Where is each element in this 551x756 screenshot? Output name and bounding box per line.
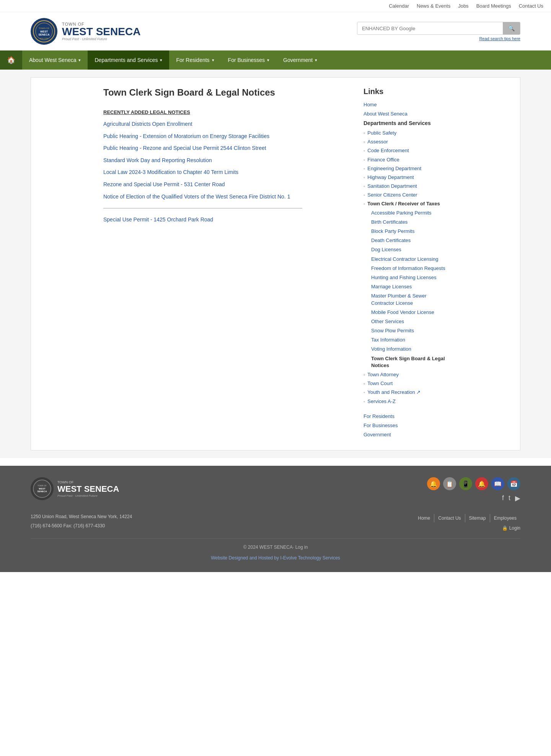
sublink-other[interactable]: Other Services [371,318,448,325]
legal-link-1[interactable]: Agricultural Districts Open Enrollment [103,120,352,128]
sublink-signboard[interactable]: Town Clerk Sign Board & Legal Notices [371,355,448,369]
nav-departments[interactable]: Departments and Services ▾ [88,50,169,70]
footer-tagline: Proud Past · Unlimited Future [57,494,119,497]
footer-nav-employees[interactable]: Employees [490,514,520,522]
footer-icon-book[interactable]: 📖 [491,477,504,490]
sublink-mobile-food[interactable]: Mobile Food Vendor License [371,309,448,316]
sublink-electrical[interactable]: Electrical Contractor Licensing [371,256,448,263]
footer-social: f t ▶ [502,494,520,502]
sublink-block-party[interactable]: Block Party Permits [371,228,448,235]
nav-government-arrow: ▾ [315,58,317,63]
sublink-snow[interactable]: Snow Plow Permits [371,327,448,334]
footer-bottom: © 2024 WEST SENECA· Log in Website Desig… [31,538,520,561]
legal-link-3[interactable]: Public Hearing - Rezone and Special Use … [103,145,352,152]
sublink-plumber[interactable]: Master Plumber & Sewer Contractor Licens… [371,293,448,306]
footer-icon-calendar[interactable]: 📅 [507,477,520,490]
legal-link-4[interactable]: Standard Work Day and Reporting Resoluti… [103,157,352,164]
sidebar-government[interactable]: Government [364,431,448,438]
nav-home-button[interactable]: 🏠 [0,50,22,70]
sidebar-public-safety-link[interactable]: Public Safety [367,130,396,137]
sublink-death[interactable]: Death Certificates [371,237,448,244]
sidebar-finance-link[interactable]: Finance Office [367,156,399,163]
footer-name: WEST SENECA [57,484,119,494]
nav-residents[interactable]: For Residents ▾ [169,50,221,70]
footer-nav-sitemap[interactable]: Sitemap [465,514,490,522]
sublink-marriage[interactable]: Marriage Licenses [371,283,448,290]
social-facebook[interactable]: f [502,494,504,502]
sublink-tax[interactable]: Tax Information [371,337,448,343]
footer-address: 1250 Union Road, West Seneca New York, 1… [31,514,132,519]
legal-link-5[interactable]: Local Law 2024-3 Modification to Chapter… [103,169,352,176]
sidebar-sanitation-link[interactable]: Sanitation Department [367,183,417,190]
footer-nav: Home Contact Us Sitemap Employees [414,514,520,522]
topbar-jobs[interactable]: Jobs [458,3,468,9]
search-hint[interactable]: Read search tips here [479,36,520,41]
social-twitter[interactable]: t [509,494,510,502]
bullet-icon: ◦ [364,399,365,404]
logo-name: WEST SENECA [62,26,140,37]
sidebar-assessor-link[interactable]: Assessor [367,138,388,145]
sidebar-court-link[interactable]: Town Court [367,380,393,387]
nav-about[interactable]: About West Seneca ▾ [22,50,88,70]
topbar-news[interactable]: News & Events [417,3,450,9]
footer-icon-notify[interactable]: 🔔 [427,477,440,490]
sublink-birth[interactable]: Birth Certificates [371,219,448,226]
footer-middle: 1250 Union Road, West Seneca New York, 1… [31,510,520,531]
search-button[interactable]: 🔍 [503,22,520,34]
sidebar-about[interactable]: About West Seneca [364,111,448,117]
sidebar-highway-link[interactable]: Highway Department [367,174,414,181]
footer-nav-home[interactable]: Home [414,514,434,522]
sidebar-item-attorney: ◦ Town Attorney [364,371,448,378]
content-divider [103,208,302,208]
sidebar-dept-label[interactable]: Departments and Services [364,120,448,127]
footer-credit[interactable]: Website Designed and Hosted by I-Evolve … [211,555,340,561]
social-youtube[interactable]: ▶ [515,494,520,502]
town-clerk-sub-links: Accessible Parking Permits Birth Certifi… [364,210,448,369]
legal-link-below-1[interactable]: Special Use Permit - 1425 Orchard Park R… [103,216,352,224]
nav-businesses-arrow: ▾ [267,58,269,63]
topbar-contact[interactable]: Contact Us [519,3,543,9]
footer-icons: 🔔 📋 📱 🔔 📖 📅 [427,477,520,490]
footer-town-of: TOWN OF [57,480,119,484]
legal-link-6[interactable]: Rezone and Special Use Permit - 531 Cent… [103,181,352,189]
sidebar-home[interactable]: Home [364,101,448,108]
bullet-icon: ◦ [364,184,365,189]
bullet-icon: ◦ [364,148,365,153]
sidebar-residents[interactable]: For Residents [364,413,448,420]
bullet-icon: ◦ [364,130,365,136]
svg-text:WEST: WEST [39,488,46,490]
footer-login-link[interactable]: 🔒 Login [502,525,520,531]
legal-link-2[interactable]: Public Hearing - Extension of Moratorium… [103,133,352,140]
search-input[interactable] [357,22,503,34]
nav-businesses[interactable]: For Businesses ▾ [221,50,276,70]
sidebar-attorney-link[interactable]: Town Attorney [367,371,399,378]
footer-contact-info: 1250 Union Road, West Seneca New York, 1… [31,510,132,531]
sidebar-item-youth: ◦ Youth and Recreation ↗ [364,389,448,396]
sidebar-youth-link[interactable]: Youth and Recreation ↗ [367,389,421,396]
sublink-voting[interactable]: Voting Information [371,346,448,353]
bullet-icon: ◦ [364,381,365,386]
footer-icon-docs[interactable]: 📋 [443,477,456,490]
sidebar-senior-link[interactable]: Senior Citizens Center [367,192,417,198]
legal-link-7[interactable]: Notice of Election of the Qualified Vote… [103,193,352,201]
footer-icon-alert[interactable]: 🔔 [475,477,488,490]
sidebar-businesses[interactable]: For Businesses [364,422,448,429]
nav-government[interactable]: Government ▾ [276,50,324,70]
sublink-hunting[interactable]: Hunting and Fishing Licenses [371,274,448,281]
logo-area[interactable]: TOWN OF WEST SENECA NEW YORK TOWN OF WES… [31,18,140,45]
bullet-icon: ◦ [364,139,365,145]
topbar-board-meetings[interactable]: Board Meetings [476,3,511,9]
sublink-dog[interactable]: Dog Licenses [371,246,448,253]
sublink-parking[interactable]: Accessible Parking Permits [371,210,448,216]
sidebar-engineering-link[interactable]: Engineering Department [367,165,421,172]
footer-seal: TOWN OF WEST SENECA [31,477,54,500]
search-box: 🔍 [357,22,520,35]
sidebar-town-clerk-link[interactable]: Town Clerk / Receiver of Taxes [367,200,440,207]
footer-nav-contact[interactable]: Contact Us [434,514,465,522]
sidebar-services-az-link[interactable]: Services A-Z [367,398,396,405]
sublink-foi[interactable]: Freedom of Information Requests [371,265,448,272]
topbar-calendar[interactable]: Calendar [389,3,409,9]
sidebar-code-link[interactable]: Code Enforcement [367,147,409,154]
footer-icon-mobile[interactable]: 📱 [459,477,472,490]
svg-text:TOWN OF: TOWN OF [39,27,50,29]
